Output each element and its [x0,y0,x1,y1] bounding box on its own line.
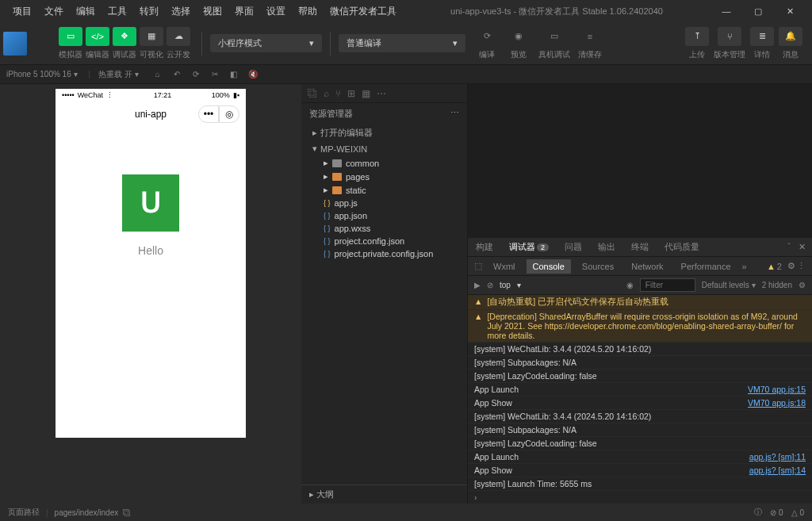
console-prompt[interactable]: › [468,491,812,504]
menu-选择[interactable]: 选择 [165,2,197,21]
编译-button[interactable]: ⟳ [475,27,499,46]
clear-icon[interactable]: ⊘ [487,281,493,289]
消息-button[interactable]: 🔔 [779,27,802,46]
menu-微信开发者工具[interactable]: 微信开发者工具 [324,2,403,21]
plugin-icon[interactable]: ⊞ [347,88,355,99]
tab-输出[interactable]: 输出 [596,238,617,256]
source-link[interactable]: app.js? [sm]:14 [749,465,806,475]
tool-label: 云开发 [167,49,190,60]
copy-icon[interactable]: ⿻ [123,508,131,517]
more-tabs-icon[interactable]: » [742,262,747,271]
source-link[interactable]: VM70 app.js:15 [748,385,806,394]
device-selector[interactable]: iPhone 5 100% 16 ▾ [6,70,78,79]
source-link[interactable]: app.js? [sm]:11 [749,452,806,462]
stop-icon[interactable]: ▶ [474,281,481,289]
tree-item-app.wxss[interactable]: { }app.wxss [301,222,467,235]
console-line: [system] Launch Time: 5655 ms [468,477,812,491]
编辑器-button[interactable]: </> [86,27,109,46]
explorer-more-icon[interactable]: ⋯ [450,108,459,120]
search-icon[interactable]: ⌕ [324,88,329,99]
版本管理-button[interactable]: ⑂ [718,27,741,46]
ext-icon[interactable]: ▦ [362,88,370,99]
subtab-Sources[interactable]: Sources [576,259,620,274]
subtab-Network[interactable]: Network [625,259,669,274]
上传-button[interactable]: ⤒ [685,27,709,46]
menu-帮助[interactable]: 帮助 [292,2,324,21]
close-button[interactable]: ✕ [774,0,806,22]
预览-button[interactable]: ◉ [507,27,530,46]
hotreload-toggle[interactable]: 热重载 开 ▾ [98,69,139,80]
tree-item-app.js[interactable]: { }app.js [301,197,467,209]
page-path[interactable]: pages/index/index [55,508,119,517]
chevron-right-icon: ▸ [312,128,317,138]
open-editors-section[interactable]: ▸打开的编辑器 [301,125,467,141]
log-levels-dropdown[interactable]: Default levels ▾ [702,281,756,289]
menu-设置[interactable]: 设置 [260,2,292,21]
真机调试-button[interactable]: ▭ [542,27,566,46]
tab-构建[interactable]: 构建 [474,238,495,256]
tab-终端[interactable]: 终端 [630,238,650,256]
menu-编辑[interactable]: 编辑 [70,2,102,21]
capsule-close-button[interactable]: ◎ [219,105,239,123]
hidden-count[interactable]: 2 hidden [762,281,792,289]
broadcast-icon[interactable]: ⓘ [754,507,762,518]
chevron-up-icon[interactable]: ˇ [787,242,791,252]
outline-section[interactable]: ▸ 大纲 [301,485,467,504]
menu-项目[interactable]: 项目 [6,2,38,21]
chevron-down-icon: ▾ [312,144,317,154]
rotate-icon[interactable]: ◧ [226,67,242,82]
清缓存-button[interactable]: ≡ [578,27,602,46]
device-subbar: iPhone 5 100% 16 ▾ | 热重载 开 ▾ ⌂ ↶ ⟳ ✂ ◧ 🔇 [0,65,812,84]
menu-转到[interactable]: 转到 [133,2,165,21]
云开发-button[interactable]: ☁ [167,27,190,46]
capsule-menu-button[interactable]: ••• [198,105,219,123]
详情-button[interactable]: ≣ [750,27,774,46]
settings-icon[interactable]: ⚙ [799,281,806,289]
devtools-tabs: 构建调试器2问题输出终端代码质量ˇ✕ [468,238,812,257]
eye-icon[interactable]: ◉ [626,281,634,289]
project-section[interactable]: ▾MP-WEIXIN [301,141,467,156]
tool-label: 调试器 [113,49,136,60]
context-selector[interactable]: top ▾ [500,281,620,289]
minimize-button[interactable]: — [710,0,742,22]
refresh-icon[interactable]: ⟳ [188,67,204,82]
menu-视图[interactable]: 视图 [197,2,228,21]
git-icon[interactable]: ⑂ [335,88,341,99]
file-icon: { } [324,199,331,207]
tree-item-pages[interactable]: ▸pages [301,170,467,183]
simulator-panel: ••••• WeChat ⋮ 17:21 100% ▮▪ uni-app •••… [0,84,301,504]
home-icon[interactable]: ⌂ [150,67,166,82]
subtab-Performance[interactable]: Performance [675,259,737,274]
menu-文件[interactable]: 文件 [38,2,70,21]
errors-count[interactable]: ⊘ 0 [770,508,783,517]
compile-dropdown[interactable]: 普通编译▾ [339,34,465,52]
settings-icon[interactable]: ⚙ [787,261,795,271]
mode-dropdown[interactable]: 小程序模式▾ [210,34,322,52]
close-panel-icon[interactable]: ✕ [799,242,806,252]
tree-item-app.json[interactable]: { }app.json [301,209,467,222]
cut-icon[interactable]: ✂ [207,67,223,82]
files-icon[interactable]: ⿻ [308,88,317,99]
inspect-icon[interactable]: ⬚ [474,261,482,271]
subtab-Console[interactable]: Console [527,259,571,274]
maximize-button[interactable]: ▢ [742,0,774,22]
source-link[interactable]: VM70 app.js:18 [748,398,806,408]
menu-工具[interactable]: 工具 [102,2,133,21]
filter-input[interactable] [640,278,695,292]
tab-调试器[interactable]: 调试器2 [508,238,550,256]
more-icon[interactable]: ⋯ [377,88,386,99]
tree-item-common[interactable]: ▸common [301,156,467,170]
tab-问题[interactable]: 问题 [563,238,584,256]
subtab-Wxml[interactable]: Wxml [487,259,522,274]
menu-界面[interactable]: 界面 [228,2,260,21]
可视化-button[interactable]: ▦ [140,27,163,46]
调试器-button[interactable]: ❖ [113,27,136,46]
模拟器-button[interactable]: ▭ [59,27,82,46]
tree-item-project.private.config.json[interactable]: { }project.private.config.json [301,247,467,260]
tree-item-project.config.json[interactable]: { }project.config.json [301,235,467,247]
tree-item-static[interactable]: ▸static [301,183,467,197]
mute-icon[interactable]: 🔇 [245,67,261,82]
back-icon[interactable]: ↶ [169,67,185,82]
warnings-count[interactable]: △ 0 [791,508,804,517]
tab-代码质量[interactable]: 代码质量 [663,238,701,256]
